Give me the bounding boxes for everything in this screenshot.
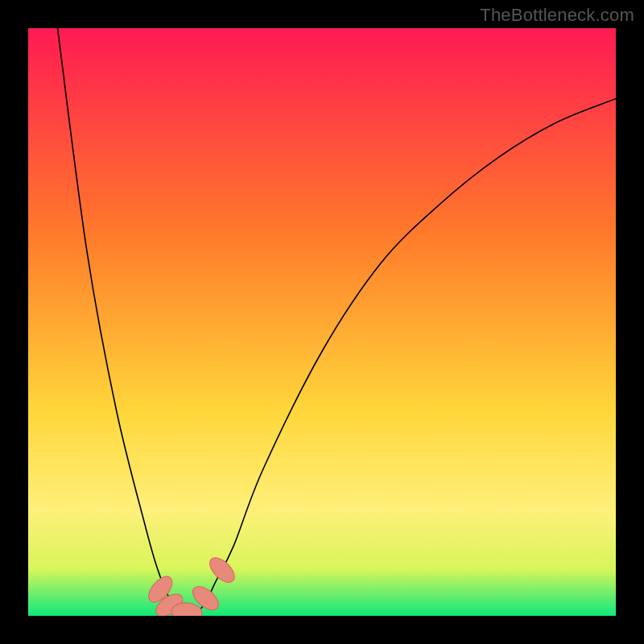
chart-frame: TheBottleneck.com <box>0 0 644 644</box>
curve-markers <box>144 553 238 616</box>
plot-area <box>28 28 616 616</box>
watermark-text: TheBottleneck.com <box>480 5 634 26</box>
bottleneck-curve <box>28 28 616 616</box>
curve-marker <box>205 553 238 586</box>
